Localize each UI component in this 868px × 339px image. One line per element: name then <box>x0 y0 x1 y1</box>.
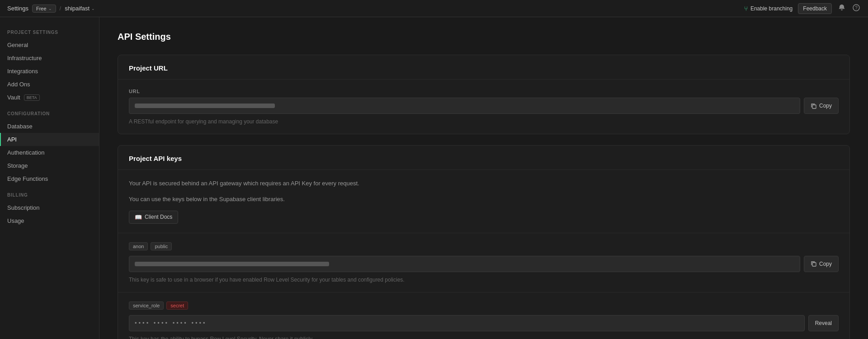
sidebar-item-database[interactable]: Database <box>0 120 99 133</box>
topbar-settings-title: Settings <box>7 5 28 12</box>
help-icon-button[interactable]: ? <box>852 3 861 14</box>
project-url-card-title: Project URL <box>129 64 839 72</box>
sidebar-item-subscription[interactable]: Subscription <box>0 201 99 214</box>
sidebar-item-add-ons-label: Add Ons <box>7 81 30 88</box>
anon-key-section: anon public Copy This key is s <box>118 233 849 292</box>
api-keys-card-header: Project API keys <box>118 146 849 170</box>
anon-tag: anon <box>129 242 148 250</box>
sidebar-item-edge-functions-label: Edge Functions <box>7 175 48 182</box>
copy-icon <box>811 103 816 109</box>
client-docs-label: Client Docs <box>145 214 172 220</box>
plan-chevron-icon: ⌄ <box>48 6 52 11</box>
url-input-row: Copy <box>129 98 839 114</box>
anon-key-hint: This key is safe to use in a browser if … <box>129 277 839 283</box>
url-copy-label: Copy <box>819 103 832 109</box>
notification-icon-button[interactable] <box>837 3 846 14</box>
service-role-tag: service_role <box>129 301 164 310</box>
url-field-hint: A RESTful endpoint for querying and mana… <box>129 118 839 125</box>
service-key-hidden-input: •••• •••• •••• •••• <box>129 315 805 331</box>
sidebar-item-general[interactable]: General <box>0 38 99 52</box>
topbar-left: Settings Free ⌄ / shipaifast ⌄ <box>7 5 741 13</box>
sidebar-item-usage-label: Usage <box>7 217 24 224</box>
sidebar-item-add-ons[interactable]: Add Ons <box>0 78 99 91</box>
api-keys-description-section: Your API is secured behind an API gatewa… <box>118 170 849 233</box>
project-api-keys-card: Project API keys Your API is secured beh… <box>118 145 850 339</box>
sidebar-item-vault-label: Vault <box>7 94 20 101</box>
anon-key-input-row: Copy <box>129 256 839 272</box>
service-key-reveal-button[interactable]: Reveal <box>808 315 839 331</box>
sidebar-item-storage[interactable]: Storage <box>0 159 99 172</box>
url-masked-input <box>129 98 800 114</box>
project-url-card-header: Project URL <box>118 55 849 80</box>
book-icon: 📖 <box>135 214 142 221</box>
service-key-section: service_role secret •••• •••• •••• •••• … <box>118 292 849 339</box>
enable-branching-button[interactable]: ⑂ Enable branching <box>744 5 793 12</box>
url-copy-button[interactable]: Copy <box>804 98 839 114</box>
sidebar-item-database-label: Database <box>7 123 33 130</box>
project-chevron-icon: ⌄ <box>91 6 95 11</box>
public-tag: public <box>151 242 172 250</box>
feedback-button[interactable]: Feedback <box>798 3 832 14</box>
sidebar-item-infrastructure[interactable]: Infrastructure <box>0 52 99 65</box>
sidebar-item-authentication-label: Authentication <box>7 149 44 156</box>
sidebar-item-storage-label: Storage <box>7 162 28 169</box>
service-tag-row: service_role secret <box>129 301 839 310</box>
enable-branching-label: Enable branching <box>750 5 793 12</box>
api-keys-desc-line1: Your API is secured behind an API gatewa… <box>129 179 839 188</box>
sidebar-item-subscription-label: Subscription <box>7 204 40 211</box>
sidebar-item-edge-functions[interactable]: Edge Functions <box>0 172 99 185</box>
client-docs-button[interactable]: 📖 Client Docs <box>129 211 178 224</box>
service-key-placeholder: •••• •••• •••• •••• <box>135 320 207 326</box>
service-key-input-row: •••• •••• •••• •••• Reveal <box>129 315 839 331</box>
project-url-card: Project URL URL Copy A REST <box>118 55 850 134</box>
sidebar-item-general-label: General <box>7 42 28 48</box>
plan-label: Free <box>36 6 47 11</box>
anon-key-masked-input <box>129 256 800 272</box>
sidebar-item-integrations-label: Integrations <box>7 68 38 75</box>
main-layout: PROJECT SETTINGS General Infrastructure … <box>0 17 868 339</box>
anon-key-copy-label: Copy <box>819 261 832 267</box>
branch-icon: ⑂ <box>744 5 748 12</box>
vault-beta-badge: BETA <box>24 94 40 101</box>
sidebar-item-vault[interactable]: Vault BETA <box>0 91 99 104</box>
sidebar-item-usage[interactable]: Usage <box>0 214 99 227</box>
api-keys-desc-line2: You can use the keys below in the Supaba… <box>129 195 839 204</box>
url-masked-bar <box>135 104 275 108</box>
service-key-hint: This key has the ability to bypass Row L… <box>129 336 839 339</box>
anon-tag-row: anon public <box>129 242 839 250</box>
anon-key-copy-button[interactable]: Copy <box>804 256 839 272</box>
svg-rect-3 <box>812 263 816 266</box>
sidebar-item-integrations[interactable]: Integrations <box>0 65 99 78</box>
svg-text:?: ? <box>855 5 858 10</box>
anon-copy-icon <box>811 261 816 267</box>
plan-badge-button[interactable]: Free ⌄ <box>32 5 56 13</box>
anon-key-masked-bar <box>135 262 329 266</box>
sidebar-item-infrastructure-label: Infrastructure <box>7 55 42 61</box>
url-field-label: URL <box>129 89 839 94</box>
secret-tag: secret <box>166 301 188 310</box>
sidebar: PROJECT SETTINGS General Infrastructure … <box>0 17 99 339</box>
svg-rect-2 <box>812 105 816 108</box>
project-settings-section-label: PROJECT SETTINGS <box>0 30 99 38</box>
topbar: Settings Free ⌄ / shipaifast ⌄ ⑂ Enable … <box>0 0 868 17</box>
page-title: API Settings <box>118 32 850 42</box>
topbar-right: ⑂ Enable branching Feedback ? <box>744 3 861 14</box>
api-keys-card-title: Project API keys <box>129 155 839 162</box>
sidebar-item-api-label: API <box>7 136 17 143</box>
project-name-label: shipaifast <box>65 5 90 12</box>
main-content: API Settings Project URL URL <box>99 17 868 339</box>
project-name-wrapper: shipaifast ⌄ <box>65 5 95 12</box>
separator-1: / <box>60 5 61 12</box>
billing-section-label: BILLING <box>0 193 99 201</box>
sidebar-item-authentication[interactable]: Authentication <box>0 146 99 159</box>
sidebar-item-api[interactable]: API <box>0 133 99 146</box>
configuration-section-label: CONFIGURATION <box>0 111 99 120</box>
project-url-card-body: URL Copy A RESTful endpoint for querying… <box>118 80 849 134</box>
